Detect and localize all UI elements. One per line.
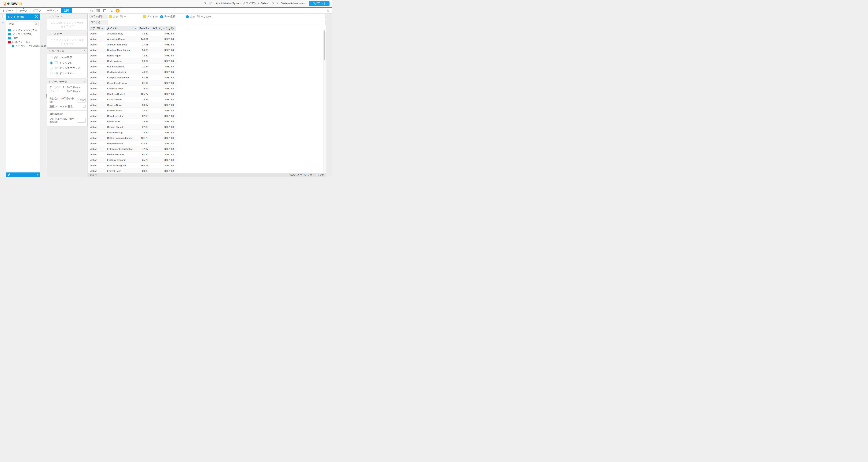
table-cell: Dream Pickup	[105, 130, 138, 135]
user-label: ユーザー: Administrator System	[204, 2, 241, 5]
refresh-report-link[interactable]: レポートを更新	[308, 173, 324, 176]
analysis-option-drill-anywhere[interactable]: ドリルエニウェア	[48, 66, 87, 71]
info-icon[interactable]	[35, 15, 38, 19]
column-header-0[interactable]: カテゴリー	[89, 26, 105, 31]
chip-label: カテゴリーごとの...	[190, 15, 213, 19]
radio-drill-through[interactable]	[50, 72, 53, 75]
table-cell: 28.87	[138, 102, 151, 107]
table-cell: Action	[89, 168, 105, 173]
table-cell: Action	[89, 157, 105, 163]
table-cell: 3,951.84	[151, 152, 177, 157]
result-table: カテゴリータイトルSum 金額カテゴリーごとの合計金額 ActionAmadeu…	[89, 26, 177, 173]
table-layout-icon[interactable]	[95, 8, 101, 13]
table-cell: 87.83	[138, 113, 151, 119]
table-row: ActionExcitement Eve61.803,951.84	[89, 152, 177, 157]
undo-icon[interactable]	[88, 8, 95, 13]
folder-icon	[8, 41, 11, 43]
logout-button[interactable]: ログアウト	[309, 1, 330, 6]
table-cell: Casualties Encino	[105, 80, 138, 86]
table-cell: 3,951.84	[151, 91, 177, 97]
radio-drill-anywhere[interactable]	[50, 67, 53, 70]
analysis-option-no-drill[interactable]: ドリルなし	[48, 60, 87, 66]
table-cell: 131.78	[138, 135, 151, 140]
table-cell: 3,951.84	[151, 124, 177, 130]
add-panel-icon[interactable]: +	[1, 21, 5, 25]
show-sql-link[interactable]: SQLを表示	[290, 173, 302, 176]
table-cell: Action	[89, 130, 105, 135]
column-header-label: タイトル	[107, 27, 117, 30]
analysis-option-drill-through[interactable]: ドリルスルー	[48, 71, 87, 76]
table-cell: Action	[89, 75, 105, 80]
filter-dropzone[interactable]: ここにフィルターフィールドをドラッグ	[48, 36, 87, 47]
tab-publish[interactable]: 公開	[61, 8, 72, 13]
client-label: クライアント: Default	[243, 2, 269, 5]
table-cell: 3,951.84	[151, 42, 177, 47]
column-chip-1[interactable]: タイトル	[143, 15, 160, 19]
field-calc-total-by-category[interactable]: カテゴリーごとの合計金額	[6, 44, 40, 48]
table-row: ActionAmerican Circus146.813,951.84	[89, 36, 177, 42]
checkbox-multi-display[interactable]	[50, 56, 53, 59]
table-cell: 3,951.84	[151, 31, 177, 36]
view-title-header: DVD Rental	[6, 13, 40, 20]
refresh-icon[interactable]	[304, 173, 306, 176]
table-cell: 3,951.84	[151, 80, 177, 86]
folder-dimensions[interactable]: ディメンション(次元)	[6, 28, 40, 32]
column-chip-2[interactable]: ΣSum 金額	[160, 15, 186, 19]
column-header-1[interactable]: タイトル	[105, 26, 138, 31]
table-cell: Bride Intrigue	[105, 58, 138, 64]
table-row: ActionFantasy Troopers35.793,951.84	[89, 157, 177, 163]
field-search-input[interactable]	[8, 22, 38, 26]
duplicates-checkbox[interactable]	[83, 105, 86, 107]
radio-no-drill[interactable]	[50, 62, 53, 64]
analysis-option-multi-display[interactable]: マルチ表示	[48, 55, 87, 60]
table-row: ActionCampus Remember81.833,951.84	[89, 75, 177, 80]
table-cell: 162.79	[138, 163, 151, 168]
analysis-options: マルチ表示ドリルなしドリルエニウェアドリルスルー	[48, 54, 87, 78]
preview-limit-input[interactable]	[77, 118, 86, 123]
table-cell: 72.90	[138, 108, 151, 113]
table-cell: 27.93	[138, 42, 151, 47]
table-row: ActionCasualties Encino61.923,951.84	[89, 80, 177, 86]
tab-chart[interactable]: グラフ	[30, 8, 44, 13]
row-chips-dropzone[interactable]	[108, 20, 325, 25]
row-limit-input[interactable]	[77, 98, 86, 102]
table-cell: 32.80	[138, 31, 151, 36]
section-title: セクション	[49, 14, 62, 18]
table-cell: Antitrust Tomatoes	[105, 42, 138, 47]
table-cell: 73.80	[138, 130, 151, 135]
table-cell: 3,951.84	[151, 168, 177, 173]
column-chip-3[interactable]: カテゴリーごとの...	[186, 15, 213, 19]
table-cell: 21.84	[138, 64, 151, 69]
folder-metrics[interactable]: メトリック(数値)	[6, 32, 40, 36]
column-header-2[interactable]: Sum 金額	[138, 26, 151, 31]
edit-view-button[interactable]	[6, 172, 12, 177]
checklist-icon[interactable]	[108, 8, 115, 13]
folder-dates[interactable]: 日付	[6, 36, 40, 40]
column-chip-0[interactable]: カテゴリー	[109, 15, 143, 19]
tab-data[interactable]: データ	[17, 8, 30, 13]
footer-bar[interactable]	[12, 172, 35, 177]
table-freeze-icon[interactable]	[101, 8, 108, 13]
report-data-header[interactable]: レポートデータ	[47, 79, 88, 84]
scrollbar-thumb[interactable]	[324, 31, 325, 60]
table-cell: Action	[89, 108, 105, 113]
table-cell: Campus Remember	[105, 75, 138, 80]
top-bar: ellowfin ユーザー: Administrator System クライア…	[0, 0, 332, 7]
layout-grid-icon[interactable]	[1, 14, 5, 19]
analysis-style-header[interactable]: 分析スタイル	[47, 48, 88, 54]
analysis-option-label: ドリルスルー	[59, 72, 75, 75]
tab-design[interactable]: デザイン	[44, 8, 61, 13]
tab-report[interactable]: レポート	[0, 8, 17, 13]
close-icon[interactable]	[326, 8, 330, 13]
table-cell: 146.81	[138, 36, 151, 42]
fields-panel-footer: +	[6, 172, 40, 177]
lightning-icon[interactable]	[115, 8, 121, 13]
column-header-3[interactable]: カテゴリーごとの合計金額	[151, 26, 177, 31]
column-header-label: カテゴリーごとの合計金額	[153, 27, 173, 30]
section-dropzone[interactable]: ここにセクションフィールドをドラッグ	[48, 19, 87, 30]
add-field-button[interactable]: +	[35, 172, 40, 177]
role-label: ロール: System Administrator	[271, 2, 306, 5]
drill-through-icon	[55, 72, 58, 75]
folder-calc-fields[interactable]: 計算フィールド	[6, 40, 40, 44]
multi-display-icon	[54, 56, 58, 59]
